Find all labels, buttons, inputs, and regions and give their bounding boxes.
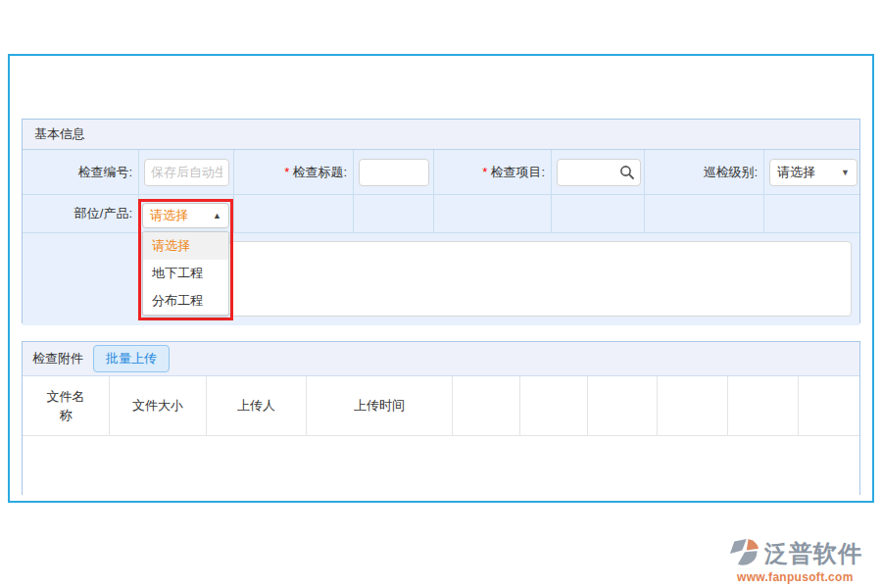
patrol-level-cell: 请选择 ▼ (764, 150, 859, 194)
inspection-result-textarea[interactable] (228, 241, 852, 317)
required-asterisk: * (482, 165, 487, 179)
attachments-table-header: 文件名称 文件大小 上传人 上传时间 (23, 376, 859, 436)
patrol-level-label: 巡检级别: (645, 150, 764, 194)
part-product-option-list: 请选择 地下工程 分布工程 (142, 231, 229, 316)
col-empty (658, 376, 728, 435)
form-row-1: 检查编号: * 检查标题: * 检查项目: 巡检级别: (23, 150, 859, 195)
col-upload-time: 上传时间 (307, 376, 453, 435)
chevron-up-icon: ▲ (213, 211, 221, 220)
dropdown-option[interactable]: 请选择 (143, 232, 228, 260)
col-empty (453, 376, 520, 435)
attachments-table-body-empty (23, 436, 859, 496)
inspection-title-cell (354, 150, 434, 194)
part-product-select[interactable]: 请选择 ▲ (142, 203, 229, 228)
col-file-size: 文件大小 (110, 376, 207, 435)
chevron-down-icon: ▼ (841, 168, 850, 177)
inspection-no-label: 检查编号: (23, 150, 139, 194)
patrol-level-label-text: 巡检级别: (703, 164, 758, 181)
brand-name: 泛普软件 (764, 542, 862, 565)
col-empty (588, 376, 658, 435)
section-basic-info-title: 基本信息 (23, 120, 859, 150)
empty-cell (434, 195, 552, 232)
inspection-no-input[interactable] (144, 159, 229, 186)
attachments-title: 检查附件 (32, 350, 83, 368)
part-product-label-text: 部位/产品: (74, 205, 132, 222)
patrol-level-value: 请选择 (777, 164, 815, 181)
batch-upload-button[interactable]: 批量上传 (93, 345, 170, 372)
col-empty (520, 376, 588, 435)
search-icon[interactable] (619, 165, 635, 180)
dropdown-option[interactable]: 分布工程 (143, 287, 228, 315)
inspection-no-label-text: 检查编号: (77, 164, 132, 181)
required-asterisk: * (284, 165, 289, 179)
inspection-no-cell (139, 150, 234, 194)
inspection-title-input[interactable] (359, 159, 429, 186)
fanpu-logo-icon (727, 538, 762, 569)
col-file-name: 文件名称 (23, 376, 110, 435)
empty-cell (645, 195, 764, 232)
part-product-highlight-box: 请选择 ▲ 请选择 地下工程 分布工程 (138, 199, 233, 320)
col-uploader: 上传人 (207, 376, 307, 435)
part-product-value: 请选择 (150, 207, 188, 224)
empty-cell (234, 195, 354, 232)
col-empty (799, 376, 859, 435)
inspection-result-cell (228, 233, 859, 325)
inspection-project-cell (552, 150, 645, 194)
brand-watermark: 泛普软件 www.fanpusoft.com (727, 538, 862, 584)
patrol-level-select[interactable]: 请选择 ▼ (769, 159, 858, 186)
inspection-title-label: * 检查标题: (234, 150, 354, 194)
brand-row: 泛普软件 (727, 538, 862, 569)
dropdown-option[interactable]: 地下工程 (143, 260, 228, 287)
col-empty (728, 376, 799, 435)
empty-cell (354, 195, 434, 232)
brand-website: www.fanpusoft.com (737, 570, 862, 584)
inspection-project-input-wrap (557, 159, 641, 186)
part-product-label: 部位/产品: (23, 195, 139, 232)
section-attachments: 检查附件 批量上传 文件名称 文件大小 上传人 上传时间 (22, 341, 860, 495)
attachments-header: 检查附件 批量上传 (23, 342, 859, 376)
inspection-project-label-text: 检查项目: (490, 164, 545, 181)
inspection-title-label-text: 检查标题: (292, 164, 347, 181)
inspection-project-label: * 检查项目: (434, 150, 552, 194)
empty-cell (764, 195, 859, 232)
empty-cell (552, 195, 645, 232)
